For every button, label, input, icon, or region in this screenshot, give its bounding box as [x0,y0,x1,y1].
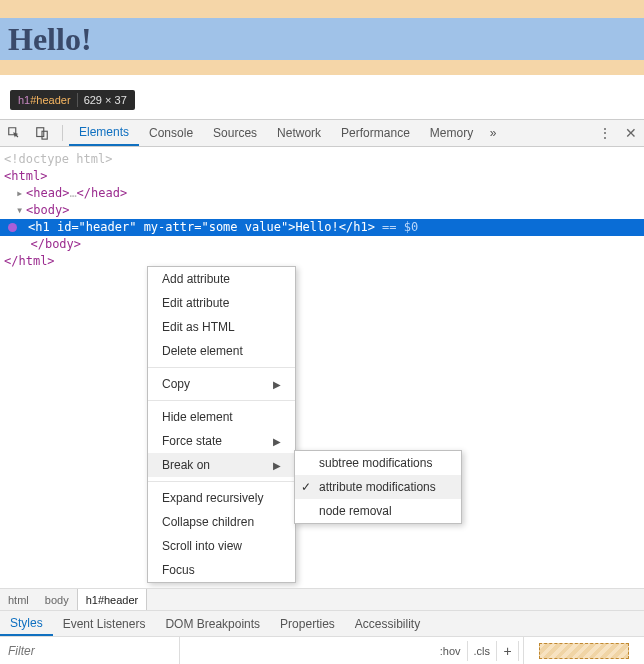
ctx-label: Delete element [162,344,243,358]
ctx-expand-recursively[interactable]: Expand recursively [148,486,295,510]
submenu-arrow-icon: ▶ [273,436,281,447]
ctx-focus[interactable]: Focus [148,558,295,582]
styles-tabs: StylesEvent ListenersDOM BreakpointsProp… [0,610,644,636]
svg-rect-0 [37,128,44,137]
styles-filter-row: :hov .cls + [0,636,644,664]
inspect-icon[interactable] [0,120,28,146]
ctx-label: Edit as HTML [162,320,235,334]
selected-node[interactable]: <h1 id="header" my-attr="some value">Hel… [0,219,644,236]
submenu-label: attribute modifications [319,480,436,494]
submenu-arrow-icon: ▶ [273,460,281,471]
submenu-arrow-icon: ▶ [273,379,281,390]
box-model-preview[interactable] [524,637,644,664]
filter-input[interactable] [0,637,180,664]
body-open[interactable]: ▾<body> [4,202,640,219]
ctx-label: Break on [162,458,210,472]
menu-icon[interactable]: ⋮ [592,125,618,141]
breakpoint-dot-icon [8,223,17,232]
body-close[interactable]: </body> [4,236,640,253]
ctx-edit-attribute[interactable]: Edit attribute [148,291,295,315]
ctx-delete-element[interactable]: Delete element [148,339,295,363]
cls-toggle[interactable]: .cls [468,641,498,661]
margin-highlight-bottom [0,60,644,75]
ctx-label: Force state [162,434,222,448]
hov-toggle[interactable]: :hov [434,641,468,661]
submenu-node-removal[interactable]: node removal [295,499,461,523]
ctx-break-on[interactable]: Break on ▶ [148,453,295,477]
breadcrumb: htmlbodyh1#header [0,588,644,610]
tooltip-tag: h1 [18,94,30,106]
tab-console[interactable]: Console [139,120,203,146]
ctx-edit-as-html[interactable]: Edit as HTML [148,315,295,339]
styles-tab-accessibility[interactable]: Accessibility [345,611,430,636]
menu-separator [148,367,295,368]
html-close[interactable]: </html> [4,253,640,270]
styles-tab-styles[interactable]: Styles [0,611,53,636]
tooltip-dimensions: 629 × 37 [77,93,133,107]
close-icon[interactable]: ✕ [618,125,644,141]
ctx-force-state[interactable]: Force state ▶ [148,429,295,453]
new-rule-button[interactable]: + [497,641,519,661]
tab-network[interactable]: Network [267,120,331,146]
page-preview: Hello! [0,0,644,75]
more-panels-icon[interactable]: » [483,126,503,140]
head-node[interactable]: ▸<head>…</head> [4,185,640,202]
context-menu: Add attributeEdit attributeEdit as HTMLD… [147,266,296,583]
ctx-label: Copy [162,377,190,391]
elements-tree[interactable]: <!doctype html> <html> ▸<head>…</head> ▾… [0,147,644,280]
ctx-label: Focus [162,563,195,577]
element-tooltip: h1#header 629 × 37 [10,90,135,110]
ctx-hide-element[interactable]: Hide element [148,405,295,429]
ctx-add-attribute[interactable]: Add attribute [148,267,295,291]
submenu-subtree-modifications[interactable]: subtree modifications [295,451,461,475]
tab-sources[interactable]: Sources [203,120,267,146]
menu-separator [148,481,295,482]
ctx-label: Hide element [162,410,233,424]
ctx-scroll-into-view[interactable]: Scroll into view [148,534,295,558]
crumb-body[interactable]: body [37,589,77,610]
ctx-label: Add attribute [162,272,230,286]
submenu-attribute-modifications[interactable]: ✓attribute modifications [295,475,461,499]
svg-rect-1 [42,131,47,139]
ctx-copy[interactable]: Copy ▶ [148,372,295,396]
margin-highlight-top [0,0,644,18]
tooltip-id: #header [30,94,70,106]
ctx-label: Scroll into view [162,539,242,553]
device-icon[interactable] [28,120,56,146]
preview-heading: Hello! [8,21,92,58]
panel-tabs: ElementsConsoleSourcesNetworkPerformance… [69,120,483,146]
styles-tab-event-listeners[interactable]: Event Listeners [53,611,156,636]
ctx-label: Collapse children [162,515,254,529]
styles-tab-properties[interactable]: Properties [270,611,345,636]
tab-performance[interactable]: Performance [331,120,420,146]
submenu-label: subtree modifications [319,456,432,470]
element-highlight: Hello! [0,18,644,60]
styles-tab-dom-breakpoints[interactable]: DOM Breakpoints [155,611,270,636]
crumb-h1-header[interactable]: h1#header [77,589,148,610]
crumb-html[interactable]: html [0,589,37,610]
break-on-submenu: subtree modifications✓attribute modifica… [294,450,462,524]
ctx-label: Expand recursively [162,491,263,505]
tab-memory[interactable]: Memory [420,120,483,146]
check-icon: ✓ [301,480,311,494]
menu-separator [148,400,295,401]
submenu-label: node removal [319,504,392,518]
devtools-toolbar: ElementsConsoleSourcesNetworkPerformance… [0,119,644,147]
doctype-node[interactable]: <!doctype html> [4,151,640,168]
tab-elements[interactable]: Elements [69,120,139,146]
ctx-collapse-children[interactable]: Collapse children [148,510,295,534]
ctx-label: Edit attribute [162,296,229,310]
html-open[interactable]: <html> [4,168,640,185]
